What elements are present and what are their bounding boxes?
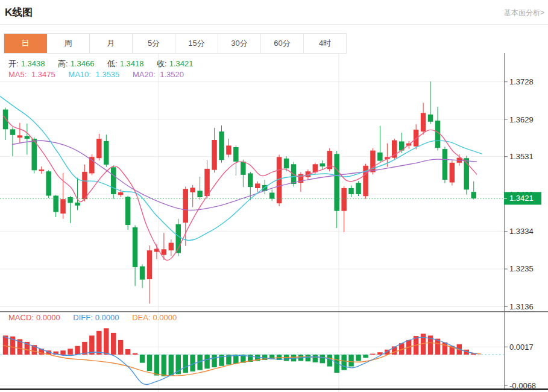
tab-月[interactable]: 月 [90,34,133,53]
svg-text:1.3421: 1.3421 [509,194,534,203]
tab-日[interactable]: 日 [4,34,47,53]
open-value: 1.3438 [21,59,45,68]
svg-text:0.0017: 0.0017 [509,343,534,352]
tab-30分[interactable]: 30分 [218,34,261,53]
low-value: 1.3418 [120,59,144,68]
macd-y-axis: 0.0017-0.0068 [504,311,536,390]
open-label: 开: [8,59,19,68]
dea-value: 0.0000 [153,313,177,322]
svg-text:1.3629: 1.3629 [509,115,534,124]
ma5-value: 1.3475 [31,70,55,79]
ma20-line [12,141,477,210]
close-label: 收: [157,59,167,68]
diff-value: 0.0000 [95,313,119,322]
main-candlestick-chart[interactable]: 1.37281.36291.35311.34321.33341.32351.31… [0,53,548,311]
dea-label: DEA: [132,313,150,322]
ma10-value: 1.3535 [96,70,120,79]
svg-text:1.3334: 1.3334 [509,227,534,236]
tab-4时[interactable]: 4时 [304,34,347,53]
tab-60分[interactable]: 60分 [261,34,304,53]
main-y-axis: 1.37281.36291.35311.34321.33341.32351.31… [504,53,534,311]
page-title: K线图 [5,5,33,19]
macd-label: MACD: [8,313,34,322]
svg-text:1.3235: 1.3235 [509,264,534,273]
macd-chart[interactable]: 0.0017-0.0068 [0,311,548,392]
macd-bars [3,328,476,376]
macd-value: 0.0000 [36,313,60,322]
interval-tab-bar: 日周月5分15分30分60分4时 [4,33,347,54]
header-divider [0,24,548,25]
svg-text:1.3728: 1.3728 [509,77,534,86]
svg-text:1.3136: 1.3136 [509,302,534,311]
high-value: 1.3466 [71,59,95,68]
low-label: 低: [107,59,118,68]
fundamental-analysis-link[interactable]: 基本面分析> [504,8,544,18]
ma20-label: MA20: [133,70,156,79]
tab-15分[interactable]: 15分 [175,34,218,53]
diff-label: DIFF: [73,313,93,322]
high-label: 高: [58,59,68,68]
ma-readout: MA5: 1.3475 MA10: 1.3535 MA20: 1.3520 [8,70,195,79]
macd-readout: MACD:0.0000 DIFF:0.0000 DEA:0.0000 [8,313,187,322]
ma10-label: MA10: [68,70,91,79]
ma5-line [3,115,477,260]
ohlc-readout: 开:1.3438 高:1.3466 低:1.3418 收:1.3421 [8,58,204,69]
tab-周[interactable]: 周 [47,34,90,53]
svg-text:1.3531: 1.3531 [509,152,534,161]
current-price-tag: 1.3421 [504,192,541,204]
ma20-value: 1.3520 [160,70,184,79]
ma5-label: MA5: [8,70,27,79]
close-value: 1.3421 [169,59,194,68]
tab-5分[interactable]: 5分 [133,34,175,53]
